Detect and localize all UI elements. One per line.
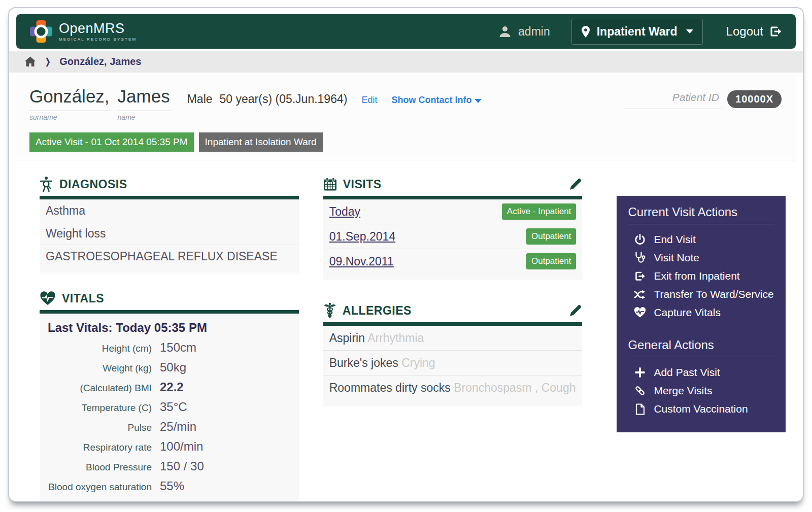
- patient-dashboard-card: González, surname James name Male 50 yea…: [16, 77, 796, 502]
- action-label: Custom Vaccination: [654, 403, 748, 415]
- breadcrumb-patient[interactable]: González, James: [59, 56, 141, 67]
- last-vitals-heading: Last Vitals: Today 05:35 PM: [48, 321, 291, 335]
- openmrs-logo[interactable]: OpenMRS MEDICAL RECORD SYSTEM: [29, 20, 137, 43]
- breadcrumb-chevron-icon: ❭: [44, 56, 51, 67]
- vital-value: 100/min: [160, 439, 203, 454]
- vital-label: Height (cm): [48, 343, 152, 355]
- show-contact-info-link[interactable]: Show Contact Info: [391, 95, 482, 106]
- edit-visits-pencil-icon[interactable]: [569, 178, 582, 191]
- end-visit-action[interactable]: End Visit: [628, 230, 774, 249]
- visit-actions-panel: Current Visit Actions End Visit: [617, 196, 786, 432]
- action-label: End Visit: [654, 233, 696, 246]
- breadcrumb: ❭ González, James: [9, 51, 803, 73]
- logout-button[interactable]: Logout: [726, 24, 783, 39]
- allergies-section: ALLERGIES Aspirin Arrhythmia: [323, 302, 583, 406]
- visit-note-action[interactable]: Visit Note: [628, 249, 774, 267]
- visit-row: 09.Nov.2011 Outpatient: [323, 249, 583, 274]
- allergy-reaction: Bronchospasm , Cough: [454, 381, 576, 394]
- show-contact-info-label: Show Contact Info: [391, 95, 471, 105]
- current-user[interactable]: admin: [498, 25, 550, 39]
- vital-value: 55%: [160, 479, 184, 493]
- custom-vaccination-action[interactable]: Custom Vaccination: [628, 400, 774, 418]
- diagnosis-section: DIAGNOSIS Asthma Weight loss GASTROESOPH…: [40, 176, 299, 274]
- diagnosis-title: DIAGNOSIS: [59, 178, 127, 191]
- allergen: Roommates dirty socks: [329, 381, 451, 394]
- shuffle-icon: [634, 289, 646, 300]
- username: admin: [518, 25, 550, 39]
- edit-allergies-pencil-icon[interactable]: [569, 304, 582, 317]
- diagnosis-item: Weight loss: [40, 222, 299, 245]
- patient-id-block: Patient ID 10000X: [623, 90, 782, 109]
- allergen: Aspirin: [329, 331, 365, 345]
- action-label: Merge Visits: [654, 385, 712, 397]
- patient-name: González, surname James name: [29, 86, 172, 121]
- capture-vitals-action[interactable]: Capture Vitals: [628, 303, 774, 322]
- vital-value: 35°C: [160, 400, 187, 414]
- chevron-down-icon: [686, 29, 693, 33]
- action-label: Visit Note: [654, 252, 699, 264]
- action-label: Capture Vitals: [654, 306, 721, 319]
- contact-caret-down-icon: [475, 99, 482, 103]
- diagnosis-icon: [40, 176, 53, 192]
- diagnosis-item: GASTROESOPHAGEAL REFLUX DISEASE: [40, 245, 299, 267]
- given-name-label: name: [118, 113, 172, 121]
- exit-from-inpatient-action[interactable]: Exit from Inpatient: [628, 267, 774, 285]
- patient-id-label: Patient ID: [623, 91, 722, 109]
- logo-title: OpenMRS: [59, 22, 137, 36]
- visit-row: 01.Sep.2014 Outpatient: [323, 224, 583, 249]
- link-icon: [634, 385, 646, 396]
- stethoscope-icon: [634, 252, 646, 264]
- heart-pulse-icon: [40, 291, 56, 306]
- edit-patient-link[interactable]: Edit: [361, 95, 377, 106]
- vitals-title: VITALS: [62, 292, 104, 305]
- openmrs-logo-icon: [29, 20, 53, 43]
- patient-header: González, surname James name Male 50 yea…: [16, 77, 796, 160]
- top-header-bar: OpenMRS MEDICAL RECORD SYSTEM admin: [16, 14, 796, 49]
- visit-type-badge: Outpatient: [526, 228, 576, 245]
- plus-icon: [634, 367, 646, 378]
- app-window: OpenMRS MEDICAL RECORD SYSTEM admin: [8, 7, 804, 502]
- inpatient-location-badge: Inpatient at Isolation Ward: [199, 132, 323, 152]
- allergy-reaction: Crying: [401, 356, 435, 369]
- vital-label: Blood oxygen saturation: [48, 481, 152, 493]
- action-label: Exit from Inpatient: [654, 270, 739, 282]
- patient-given-name: James: [118, 86, 172, 111]
- visit-type-badge: Active - Inpatient: [502, 203, 577, 220]
- visit-date-link[interactable]: Today: [329, 205, 360, 219]
- visit-date-link[interactable]: 09.Nov.2011: [329, 255, 394, 268]
- vital-label: Temperature (C): [48, 402, 152, 414]
- user-icon: [498, 25, 512, 38]
- add-past-visit-action[interactable]: Add Past Visit: [628, 363, 774, 382]
- merge-visits-action[interactable]: Merge Visits: [628, 382, 774, 400]
- visits-underline: [323, 196, 583, 199]
- visit-type-badge: Outpatient: [526, 253, 576, 269]
- logout-icon: [769, 25, 783, 38]
- transfer-to-ward-action[interactable]: Transfer To Ward/Service: [628, 285, 774, 303]
- logo-subtitle: MEDICAL RECORD SYSTEM: [59, 38, 137, 42]
- visit-date-link[interactable]: 01.Sep.2014: [329, 230, 395, 244]
- vital-value: 150 / 30: [160, 459, 204, 473]
- location-label: Inpatient Ward: [597, 25, 678, 39]
- dashboard: DIAGNOSIS Asthma Weight loss GASTROESOPH…: [16, 160, 796, 502]
- patient-age: 50 year(s) (05.Jun.1964): [220, 92, 348, 106]
- location-selector[interactable]: Inpatient Ward: [571, 19, 703, 45]
- calendar-icon: [323, 177, 337, 191]
- vital-value: 150cm: [160, 340, 196, 355]
- allergy-row: Aspirin Arrhythmia: [323, 326, 583, 350]
- allergies-title: ALLERGIES: [343, 304, 412, 318]
- visit-row: Today Active - Inpatient: [323, 199, 583, 224]
- file-icon: [634, 403, 646, 415]
- visits-title: VISITS: [343, 178, 382, 191]
- home-icon[interactable]: [24, 56, 36, 67]
- vital-label: Respiratory rate: [48, 441, 152, 454]
- action-label: Transfer To Ward/Service: [654, 288, 773, 300]
- exit-icon: [634, 271, 646, 282]
- vitals-panel: Last Vitals: Today 05:35 PM Height (cm)1…: [40, 314, 299, 502]
- logout-label: Logout: [726, 24, 763, 39]
- allergy-reaction: Arrhythmia: [367, 331, 424, 345]
- surname-label: surname: [29, 113, 112, 121]
- vital-label: Blood Pressure: [48, 461, 152, 473]
- vitals-underline: [40, 310, 299, 314]
- current-visit-actions-title: Current Visit Actions: [628, 205, 774, 224]
- vital-value: 25/min: [160, 420, 196, 434]
